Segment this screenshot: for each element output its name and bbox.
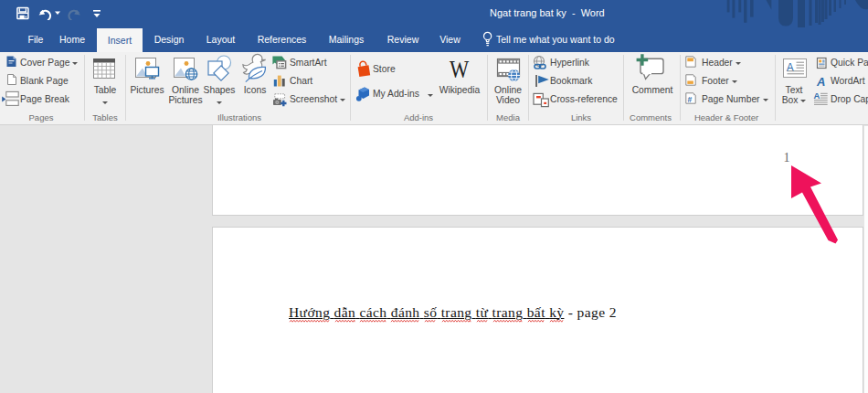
svg-text:A: A bbox=[814, 90, 820, 101]
svg-text:#: # bbox=[688, 95, 693, 104]
svg-text:A: A bbox=[787, 61, 794, 74]
svg-text:A: A bbox=[816, 75, 825, 89]
svg-text:W: W bbox=[450, 54, 469, 82]
